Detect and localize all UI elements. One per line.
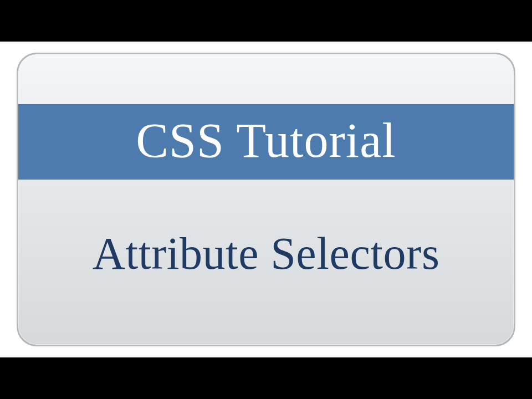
- banner-title: CSS Tutorial: [18, 104, 514, 180]
- letterbox-frame: CSS Tutorial Attribute Selectors: [0, 0, 532, 399]
- slide-background: CSS Tutorial Attribute Selectors: [0, 42, 532, 357]
- slide-card: CSS Tutorial Attribute Selectors: [17, 53, 515, 346]
- subtitle-container: Attribute Selectors: [18, 180, 514, 345]
- slide-subtitle: Attribute Selectors: [93, 228, 440, 280]
- top-spacer: [18, 54, 514, 104]
